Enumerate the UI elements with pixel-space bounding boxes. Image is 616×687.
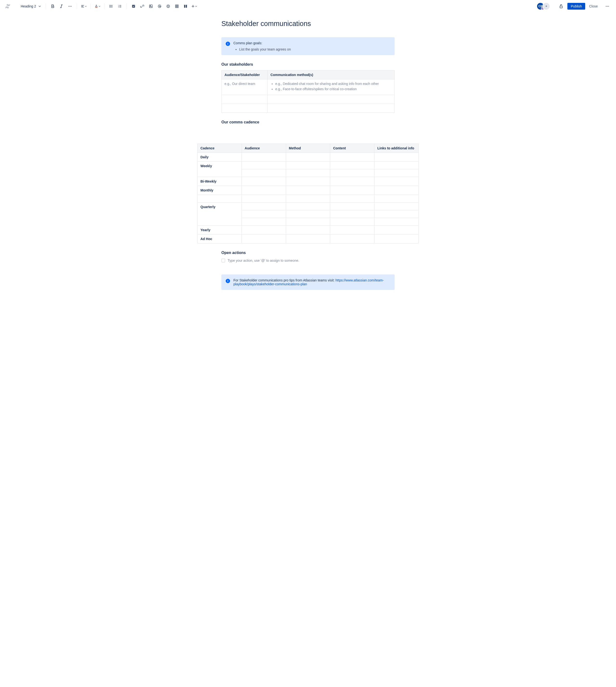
table-cell[interactable] (242, 210, 286, 218)
table-cell[interactable] (222, 95, 268, 104)
numbered-list-button[interactable]: 123 (116, 2, 124, 10)
table-cell[interactable] (286, 210, 330, 218)
stakeholders-heading[interactable]: Our stakeholders (221, 62, 395, 67)
text-style-select[interactable]: Heading 2 (19, 3, 43, 9)
table-cell[interactable] (286, 195, 330, 202)
table-header[interactable]: Content (330, 144, 374, 153)
table-cell[interactable] (330, 218, 374, 226)
bold-button[interactable] (49, 2, 57, 10)
table-cell[interactable] (374, 235, 419, 243)
table-cell[interactable] (330, 235, 374, 243)
chevron-down-icon (85, 5, 87, 7)
table-cell[interactable] (268, 95, 395, 104)
table-cell[interactable] (286, 177, 330, 186)
info-panel-protips[interactable]: i For Stakeholder communications pro tip… (221, 274, 395, 290)
table-cell[interactable] (286, 218, 330, 226)
table-cell[interactable] (330, 202, 374, 210)
table-header[interactable]: Links to additional info (374, 144, 419, 153)
page-title[interactable]: Stakeholder communications (221, 20, 395, 28)
table-cell[interactable] (286, 235, 330, 243)
editor-content[interactable]: Stakeholder communications i Comms plan … (217, 20, 399, 124)
publish-button[interactable]: Publish (567, 3, 585, 9)
text-color-button[interactable] (94, 2, 101, 10)
table-cell[interactable] (330, 153, 374, 162)
table-cell[interactable] (242, 153, 286, 162)
cadence-table[interactable]: Cadence Audience Method Content Links to… (197, 143, 419, 243)
table-cell[interactable] (330, 210, 374, 218)
table-cell[interactable] (242, 235, 286, 243)
emoji-button[interactable] (164, 2, 172, 10)
close-button[interactable]: Close (586, 3, 600, 9)
divider (90, 3, 91, 9)
table-cell[interactable] (242, 202, 286, 210)
table-cell[interactable]: e.g., Our direct team (222, 80, 268, 95)
restrictions-button[interactable] (559, 4, 564, 9)
more-formatting-button[interactable] (66, 2, 74, 10)
cadence-heading[interactable]: Our comms cadence (221, 120, 395, 124)
table-cell[interactable] (268, 104, 395, 113)
table-cell[interactable] (242, 162, 286, 169)
mention-button[interactable] (156, 2, 163, 10)
table-cell[interactable]: e.g., Dedicated chat room for sharing an… (268, 80, 395, 95)
table-cell[interactable] (242, 177, 286, 186)
table-cell[interactable] (374, 153, 419, 162)
table-header[interactable]: Audience (242, 144, 286, 153)
table-cell[interactable] (286, 153, 330, 162)
table-cell[interactable] (374, 177, 419, 186)
info-panel-bullet: List the goals your team agrees on (239, 47, 390, 51)
table-cell[interactable] (374, 210, 419, 218)
table-cell[interactable]: Ad Hoc (198, 235, 242, 243)
table-cell[interactable]: Monthly (198, 186, 242, 195)
table-cell[interactable]: Bi-Weekly (198, 177, 242, 186)
table-cell[interactable] (286, 226, 330, 235)
table-cell[interactable] (330, 169, 374, 177)
table-header[interactable]: Method (286, 144, 330, 153)
table-cell[interactable]: Yearly (198, 226, 242, 235)
action-item-button[interactable] (130, 2, 137, 10)
table-cell[interactable]: Quarterly (198, 202, 242, 226)
table-cell[interactable] (374, 162, 419, 169)
table-cell[interactable] (286, 169, 330, 177)
table-cell[interactable] (286, 186, 330, 195)
action-item-row[interactable]: Type your action, use '@' to assign to s… (221, 259, 395, 262)
table-cell[interactable] (242, 226, 286, 235)
table-cell[interactable] (330, 177, 374, 186)
table-cell[interactable] (374, 195, 419, 202)
table-header[interactable]: Communication method(s) (268, 70, 395, 80)
image-button[interactable] (147, 2, 155, 10)
open-actions-heading[interactable]: Open actions (221, 251, 395, 255)
invite-button[interactable]: + (542, 2, 550, 10)
table-cell[interactable] (242, 169, 286, 177)
table-cell[interactable] (374, 202, 419, 210)
alignment-button[interactable] (80, 2, 88, 10)
table-cell[interactable] (330, 226, 374, 235)
table-cell[interactable] (374, 186, 419, 195)
table-cell[interactable] (330, 195, 374, 202)
table-cell[interactable] (242, 195, 286, 202)
table-cell[interactable] (286, 162, 330, 169)
table-cell[interactable] (242, 186, 286, 195)
action-checkbox[interactable] (221, 259, 225, 262)
table-cell[interactable]: Weekly (198, 162, 242, 177)
insert-button[interactable] (190, 2, 198, 10)
table-cell[interactable] (330, 162, 374, 169)
italic-button[interactable] (58, 2, 65, 10)
table-cell[interactable] (374, 169, 419, 177)
table-cell[interactable] (198, 195, 242, 202)
table-cell[interactable] (374, 218, 419, 226)
table-cell[interactable] (374, 226, 419, 235)
info-panel-goals[interactable]: i Comms plan goals: List the goals your … (221, 37, 395, 55)
table-cell[interactable] (286, 202, 330, 210)
table-cell[interactable] (222, 104, 268, 113)
bullet-list-button[interactable] (107, 2, 115, 10)
more-actions-button[interactable] (603, 2, 611, 10)
table-cell[interactable] (242, 218, 286, 226)
table-button[interactable] (173, 2, 181, 10)
layouts-button[interactable] (182, 2, 190, 10)
stakeholders-table[interactable]: Audience/Stakeholder Communication metho… (221, 70, 395, 113)
table-header[interactable]: Cadence (198, 144, 242, 153)
link-button[interactable] (138, 2, 146, 10)
table-header[interactable]: Audience/Stakeholder (222, 70, 268, 80)
table-cell[interactable]: Daily (198, 153, 242, 162)
table-cell[interactable] (330, 186, 374, 195)
